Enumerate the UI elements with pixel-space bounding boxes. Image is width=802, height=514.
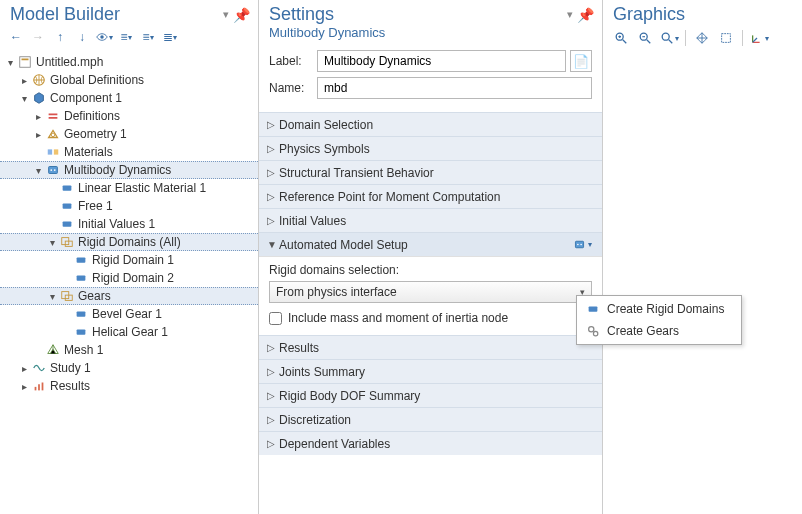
section-title: Automated Model Setup [279, 238, 594, 252]
tree-node[interactable]: ▾Gears [0, 287, 258, 305]
zoom-extents-button[interactable]: ▾ [659, 29, 679, 47]
feature-icon [59, 216, 75, 232]
section-header[interactable]: ▷Reference Point for Moment Computation [259, 184, 602, 208]
model-builder-panel: Model Builder ▾ 📌 ← → ↑ ↓ ▾ ≡▾ ≡▾ ≣▾ ▾Un… [0, 0, 259, 514]
tree-node-label: Rigid Domains (All) [78, 235, 181, 249]
pan-button[interactable] [692, 29, 712, 47]
dropdown-icon[interactable]: ▾ [567, 8, 573, 21]
twisty-icon[interactable]: ▸ [18, 381, 30, 392]
tree-node[interactable]: ▾Rigid Domains (All) [0, 233, 258, 251]
tree-node[interactable]: ▸Study 1 [0, 359, 258, 377]
tree-node[interactable]: Linear Elastic Material 1 [0, 179, 258, 197]
tree-node[interactable]: ▾Multibody Dynamics [0, 161, 258, 179]
feature-icon [73, 252, 89, 268]
back-button[interactable]: ← [6, 27, 26, 47]
popup-item-label: Create Gears [607, 324, 679, 338]
section-header[interactable]: ▼Automated Model Setup▾ [259, 232, 602, 256]
caret-icon: ▷ [267, 342, 279, 353]
automated-setup-action-button[interactable]: ▾ [558, 238, 592, 251]
globe-icon [31, 72, 47, 88]
rigid-selection-dropdown[interactable]: From physics interface▾ [269, 281, 592, 303]
tree-node[interactable]: Mesh 1 [0, 341, 258, 359]
section-title: Physics Symbols [279, 142, 594, 156]
tree-node-label: Geometry 1 [64, 127, 127, 141]
label-options-button[interactable]: 📄 [570, 50, 592, 72]
tree-node[interactable]: Free 1 [0, 197, 258, 215]
show-button[interactable]: ▾ [94, 27, 114, 47]
tree-node-label: Bevel Gear 1 [92, 307, 162, 321]
name-input[interactable] [317, 77, 592, 99]
zoom-box-button[interactable] [716, 29, 736, 47]
physics-icon [45, 162, 61, 178]
tree-node[interactable]: ▾Component 1 [0, 89, 258, 107]
settings-panel: Settings ▾ 📌 Multibody Dynamics Label: 📄… [259, 0, 603, 514]
tree-node[interactable]: ▸Global Definitions [0, 71, 258, 89]
popup-item[interactable]: Create Gears [579, 320, 739, 342]
section-header[interactable]: ▷Structural Transient Behavior [259, 160, 602, 184]
section-header[interactable]: ▷Rigid Body DOF Summary [259, 383, 602, 407]
zoom-in-button[interactable] [611, 29, 631, 47]
twisty-icon[interactable]: ▾ [46, 291, 58, 302]
tree-node[interactable]: ▾Untitled.mph [0, 53, 258, 71]
section-header[interactable]: ▷Discretization [259, 407, 602, 431]
tree-node[interactable]: ▸Results [0, 377, 258, 395]
section-header[interactable]: ▷Results [259, 335, 602, 359]
tree-node[interactable]: ▸Geometry 1 [0, 125, 258, 143]
section-header[interactable]: ▷Domain Selection [259, 112, 602, 136]
collapse-button[interactable]: ≡▾ [116, 27, 136, 47]
section-title: Results [279, 341, 594, 355]
tree-node[interactable]: Rigid Domain 2 [0, 269, 258, 287]
twisty-icon[interactable]: ▸ [32, 111, 44, 122]
tree-node[interactable]: Rigid Domain 1 [0, 251, 258, 269]
pin-icon[interactable]: 📌 [233, 7, 250, 23]
tree-node-label: Multibody Dynamics [64, 163, 171, 177]
axis-button[interactable]: ▾ [749, 29, 769, 47]
caret-icon: ▷ [267, 438, 279, 449]
twisty-icon[interactable]: ▾ [18, 93, 30, 104]
geometry-icon [45, 126, 61, 142]
twisty-icon[interactable]: ▾ [46, 237, 58, 248]
tree-node-label: Gears [78, 289, 111, 303]
tree-node-label: Rigid Domain 2 [92, 271, 174, 285]
tree-node-label: Results [50, 379, 90, 393]
up-button[interactable]: ↑ [50, 27, 70, 47]
svg-point-20 [662, 33, 669, 40]
include-mass-input[interactable] [269, 312, 282, 325]
section-header[interactable]: ▷Dependent Variables [259, 431, 602, 455]
tree-options-button[interactable]: ≣▾ [160, 27, 180, 47]
popup-item[interactable]: Create Rigid Domains [579, 298, 739, 320]
section-title: Domain Selection [279, 118, 594, 132]
materials-icon [45, 144, 61, 160]
zoom-out-button[interactable] [635, 29, 655, 47]
down-button[interactable]: ↓ [72, 27, 92, 47]
graphics-panel: Graphics ▾ ▾ [603, 0, 802, 514]
twisty-icon[interactable]: ▾ [32, 165, 44, 176]
section-header[interactable]: ▷Joints Summary [259, 359, 602, 383]
tree-node[interactable]: Materials [0, 143, 258, 161]
section-title: Discretization [279, 413, 594, 427]
tree-node-label: Helical Gear 1 [92, 325, 168, 339]
tree-node[interactable]: Initial Values 1 [0, 215, 258, 233]
tree-node[interactable]: Helical Gear 1 [0, 323, 258, 341]
caret-icon: ▷ [267, 366, 279, 377]
graphics-canvas[interactable] [603, 51, 802, 514]
twisty-icon[interactable]: ▾ [4, 57, 16, 68]
feature-icon [73, 270, 89, 286]
tree-node-label: Linear Elastic Material 1 [78, 181, 206, 195]
twisty-icon[interactable]: ▸ [32, 129, 44, 140]
label-input[interactable] [317, 50, 566, 72]
include-mass-checkbox[interactable]: Include mass and moment of inertia node [269, 311, 592, 325]
section-header[interactable]: ▷Physics Symbols [259, 136, 602, 160]
pin-icon[interactable]: 📌 [577, 7, 594, 23]
graphics-title: Graphics [613, 4, 685, 25]
twisty-icon[interactable]: ▸ [18, 75, 30, 86]
tree-node[interactable]: Bevel Gear 1 [0, 305, 258, 323]
tree-node[interactable]: ▸Definitions [0, 107, 258, 125]
dropdown-icon[interactable]: ▾ [223, 8, 229, 21]
selection-label: Rigid domains selection: [269, 263, 592, 277]
twisty-icon[interactable]: ▸ [18, 363, 30, 374]
section-header[interactable]: ▷Initial Values [259, 208, 602, 232]
expand-button[interactable]: ≡▾ [138, 27, 158, 47]
model-tree[interactable]: ▾Untitled.mph▸Global Definitions▾Compone… [0, 51, 258, 514]
caret-icon: ▷ [267, 215, 279, 226]
